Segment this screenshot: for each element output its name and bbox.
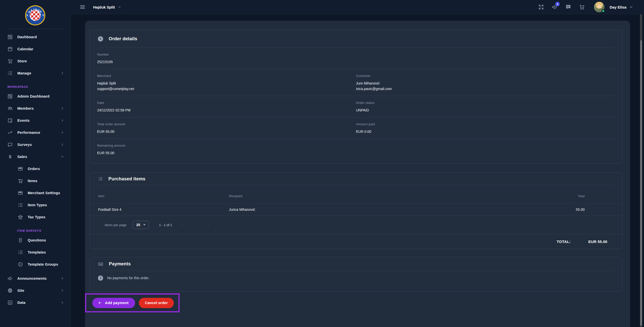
topbar: Hajduk Split 1 Day Elisa — [71, 0, 644, 14]
purchased-items-title: Purchased items — [108, 176, 145, 182]
sidebar-item-data[interactable]: Data — [0, 297, 70, 309]
field-row-amounts: Total order amount EUR 55.00 Amount paid… — [97, 117, 615, 139]
messages-icon[interactable] — [565, 4, 571, 10]
bank-icon — [18, 214, 23, 220]
sidebar-item-label: Sales — [17, 155, 27, 159]
sidebar-item-label: Orders — [28, 167, 40, 171]
cart-icon[interactable] — [579, 4, 585, 10]
add-payment-button[interactable]: Add payment — [92, 298, 135, 308]
order-details-header: i Order details — [90, 30, 622, 48]
announcements-button[interactable]: 1 — [552, 4, 558, 10]
first-page-icon[interactable] — [180, 222, 185, 227]
sidebar-item-members[interactable]: Members — [0, 102, 70, 114]
last-page-icon[interactable] — [206, 222, 211, 227]
vertical-scrollbar-thumb[interactable] — [640, 40, 642, 326]
sidebar-item-label: Templates — [28, 250, 46, 254]
sidebar-item-label: Admin Dashboard — [17, 94, 50, 98]
cancel-order-button[interactable]: Cancel order — [139, 298, 174, 308]
sidebar-item-questions[interactable]: Questions — [0, 234, 70, 246]
order-details-title: Order details — [109, 36, 137, 42]
items-per-page-select[interactable]: 25 — [133, 221, 149, 229]
workspace-switcher[interactable]: Hajduk Split — [93, 5, 122, 9]
pagination-range: 1 - 1 of 1 — [159, 223, 172, 227]
column-header-total: Total — [539, 194, 585, 198]
sidebar-item-label: Merchant Settings — [28, 191, 60, 195]
chevron-down-icon[interactable] — [629, 5, 633, 9]
chevron-down-icon — [60, 155, 64, 159]
field-label: Order status — [356, 101, 615, 105]
column-header-recipient: Recipient — [229, 194, 539, 198]
total-order-amount-value: EUR 55.00 — [97, 129, 356, 134]
cancel-order-label: Cancel order — [145, 301, 168, 305]
sidebar-item-tax-types[interactable]: Tax Types — [0, 211, 70, 223]
cart-icon — [18, 178, 23, 184]
sidebar-item-label: Calendar — [17, 47, 33, 51]
circle-dots-icon — [18, 262, 23, 267]
chevron-right-icon — [60, 131, 64, 135]
payments-card: Payments i No payments for this order. — [89, 257, 623, 292]
sidebar: HAJDUK SPLIT Dashboard Calendar Store Ma… — [0, 0, 71, 327]
sidebar-item-site[interactable]: Site — [0, 284, 70, 297]
previous-page-icon[interactable] — [189, 222, 194, 227]
field-label: Amount paid — [356, 122, 615, 126]
sidebar-item-orders[interactable]: Orders — [0, 163, 70, 175]
sidebar-item-merchant-settings[interactable]: Merchant Settings — [0, 187, 70, 199]
table-row[interactable]: Football Size 4 Jurica Mihanović 55.00 — [90, 203, 622, 216]
calendar-event-icon — [7, 118, 13, 123]
merchant-email-value: support@cometplay.net — [97, 86, 356, 92]
field-label: Remaining amount — [97, 144, 356, 147]
order-date-value: 24/11/2022 02:58 PM — [97, 107, 356, 113]
banknote-icon — [98, 261, 103, 267]
field-label: Merchant — [97, 74, 356, 78]
field-row-remaining: Remaining amount EUR 55.00 — [97, 139, 615, 160]
sidebar-item-calendar[interactable]: Calendar — [0, 43, 70, 55]
sidebar-nav: Dashboard Calendar Store Manage WORKSPAC… — [0, 29, 70, 309]
notification-badge: 1 — [555, 2, 560, 6]
cart-icon — [7, 58, 13, 64]
sidebar-item-label: Data — [17, 301, 25, 305]
payments-title: Payments — [109, 261, 131, 267]
menu-hamburger-icon[interactable] — [79, 4, 86, 10]
sidebar-item-label: Events — [17, 118, 30, 122]
chevron-right-icon — [60, 118, 64, 122]
field-row-merchant-customer: Merchant Hajduk Split support@cometplay.… — [97, 69, 615, 96]
online-status-dot — [601, 9, 605, 13]
sidebar-item-sales[interactable]: Sales — [0, 151, 70, 163]
sidebar-item-template-groups[interactable]: Template Groups — [0, 258, 70, 270]
sidebar-item-label: Surveys — [17, 143, 32, 147]
field-row-number: Number 25215105 — [97, 48, 615, 69]
field-label: Date — [97, 101, 356, 105]
sidebar-item-item-types[interactable]: Item Types — [0, 199, 70, 211]
fullscreen-icon[interactable] — [538, 4, 544, 10]
vertical-scrollbar-track[interactable] — [640, 14, 642, 327]
sidebar-item-performance[interactable]: Performance — [0, 127, 70, 139]
column-header-item: Item — [98, 194, 229, 198]
next-page-icon[interactable] — [197, 222, 202, 227]
sidebar-item-dashboard[interactable]: Dashboard — [0, 31, 70, 43]
globe-icon — [7, 288, 13, 293]
merchant-name-value: Hajduk Split — [97, 80, 356, 86]
sidebar-item-label: Questions — [28, 238, 46, 242]
order-status-value: UNPAID — [356, 107, 615, 113]
club-logo[interactable]: HAJDUK SPLIT — [0, 0, 70, 26]
sidebar-item-events[interactable]: Events — [0, 114, 70, 127]
sidebar-item-label: Announcements — [17, 276, 47, 280]
field-label: Number — [97, 53, 356, 56]
item-cell: Football Size 4 — [98, 208, 229, 212]
add-payment-label: Add payment — [105, 301, 129, 305]
topbar-actions: 1 Day Elisa — [531, 2, 644, 12]
user-avatar[interactable] — [594, 2, 605, 12]
sidebar-section-item-surveys: ITEM SURVEYS — [0, 223, 70, 234]
sidebar-item-announcements[interactable]: Announcements — [0, 272, 70, 284]
calendar-icon — [7, 46, 13, 52]
sidebar-item-manage[interactable]: Manage — [0, 67, 70, 79]
user-menu[interactable]: Day Elisa — [610, 5, 626, 9]
sidebar-item-store[interactable]: Store — [0, 55, 70, 67]
sidebar-item-templates[interactable]: Templates — [0, 246, 70, 258]
sidebar-item-admin-dashboard[interactable]: Admin Dashboard — [0, 90, 70, 102]
sidebar-item-items[interactable]: Items — [0, 175, 70, 187]
hajduk-split-logo-badge: HAJDUK SPLIT — [25, 5, 46, 26]
dashboard-icon — [7, 34, 13, 40]
megaphone-icon — [7, 276, 13, 281]
sidebar-item-surveys[interactable]: Surveys — [0, 139, 70, 151]
